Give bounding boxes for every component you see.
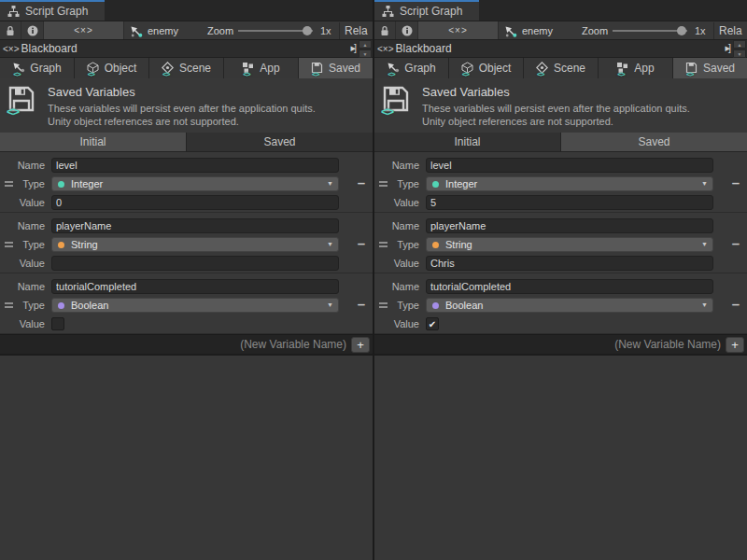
lock-button[interactable]	[0, 21, 21, 39]
tab-object[interactable]: <> Object	[75, 58, 148, 78]
tab-script-graph[interactable]: Script Graph	[0, 0, 105, 21]
variable-value-checkbox[interactable]	[51, 317, 64, 330]
drag-handle-icon[interactable]	[379, 181, 388, 187]
type-color-dot	[58, 302, 64, 309]
subtab-initial-label: Initial	[454, 135, 480, 148]
tab-graph-label: Graph	[404, 62, 435, 75]
tab-saved[interactable]: <> Saved	[299, 58, 373, 78]
variable-name-input[interactable]	[51, 158, 339, 173]
tab-scene[interactable]: <> Scene	[149, 58, 223, 78]
variable-group-playerName: Name Type String ▼ Value –	[0, 213, 373, 273]
variable-value-input[interactable]	[426, 195, 713, 210]
script-graph-panel-right: Script Graph <×> enemy	[374, 0, 747, 560]
type-value: Boolean	[71, 300, 108, 311]
scroll-up-button[interactable]: ▲	[733, 40, 746, 49]
subtab-saved[interactable]: Saved	[187, 133, 373, 151]
value-label: Value	[374, 197, 426, 208]
drag-handle-icon[interactable]	[5, 302, 13, 308]
variables-toggle-button[interactable]: <×>	[44, 21, 124, 39]
remove-variable-button[interactable]: –	[732, 176, 740, 189]
variable-name-input[interactable]	[51, 279, 339, 294]
code-badge-icon: <>	[381, 105, 393, 119]
graph-breadcrumb[interactable]: enemy	[504, 21, 553, 40]
graph-tab-icon: <>	[12, 62, 25, 75]
variable-name-input[interactable]	[426, 218, 713, 233]
saved-variables-text: Saved Variables These variables will per…	[48, 85, 316, 126]
graph-breadcrumb[interactable]: enemy	[130, 21, 178, 40]
zoom-slider-handle[interactable]	[677, 26, 686, 35]
drag-handle-icon[interactable]	[379, 242, 388, 247]
add-variable-button[interactable]: +	[351, 337, 370, 353]
name-label: Name	[374, 160, 426, 171]
subtab-initial[interactable]: Initial	[374, 133, 560, 151]
zoom-slider[interactable]	[238, 30, 313, 32]
remove-variable-button[interactable]: –	[358, 176, 365, 189]
remove-variable-button[interactable]: –	[732, 237, 740, 250]
remove-variable-button[interactable]: –	[358, 237, 365, 250]
value-mode-tabs: Initial Saved	[0, 133, 373, 152]
variable-name-input[interactable]	[426, 279, 713, 294]
subtab-saved[interactable]: Saved	[561, 133, 747, 151]
new-variable-input[interactable]	[6, 337, 346, 353]
tab-app[interactable]: <> App	[599, 58, 672, 78]
scene-tab-icon: <>	[162, 62, 175, 75]
lock-button[interactable]	[374, 21, 396, 39]
variable-value-checkbox[interactable]: ✔	[426, 317, 439, 330]
graph-arrow-icon	[504, 25, 517, 37]
scroll-down-button[interactable]: ▼	[359, 49, 372, 58]
tab-graph-label: Graph	[30, 62, 61, 75]
variable-type-dropdown[interactable]: Boolean ▼	[426, 298, 713, 313]
info-button[interactable]	[396, 21, 418, 39]
section-description-line2: Unity object references are not supporte…	[48, 115, 316, 128]
code-badge-icon: <>	[312, 70, 318, 78]
variable-value-input[interactable]	[51, 256, 339, 271]
variables-list: Name Type Integer ▼ Value –	[374, 152, 747, 334]
relations-button[interactable]: Rela	[345, 21, 368, 40]
dock-icon[interactable]: ▸]	[725, 42, 729, 54]
subtab-initial[interactable]: Initial	[0, 133, 186, 151]
variables-glyph: <×>	[448, 25, 468, 35]
tab-saved[interactable]: <> Saved	[673, 58, 747, 78]
chevron-down-icon: ▼	[701, 301, 708, 308]
script-graph-icon	[7, 6, 20, 17]
zoom-slider[interactable]	[613, 30, 687, 32]
dock-icon[interactable]: ▸]	[350, 42, 355, 54]
info-button[interactable]	[21, 21, 44, 39]
remove-variable-button[interactable]: –	[358, 298, 365, 311]
zoom-label: Zoom	[207, 21, 233, 40]
graph-toolbar: <×> enemy Zoom 1x Rela	[374, 21, 747, 39]
variable-value-input[interactable]	[426, 256, 713, 271]
variable-type-dropdown[interactable]: Integer ▼	[426, 176, 713, 191]
variable-type-dropdown[interactable]: Boolean ▼	[51, 298, 339, 313]
remove-variable-button[interactable]: –	[732, 298, 740, 311]
drag-handle-icon[interactable]	[379, 302, 388, 308]
blackboard-title: Blackboard	[21, 42, 78, 55]
tab-graph[interactable]: <> Graph	[374, 58, 448, 78]
variable-name-input[interactable]	[426, 158, 713, 173]
drag-handle-icon[interactable]	[5, 181, 13, 187]
section-description-line1: These variables will persist even after …	[422, 102, 690, 115]
variables-toggle-button[interactable]: <×>	[418, 21, 499, 39]
variable-type-dropdown[interactable]: String ▼	[51, 237, 339, 252]
drag-handle-icon[interactable]	[5, 242, 13, 247]
relations-button[interactable]: Rela	[719, 21, 742, 40]
tab-scroll-buttons: ▲ ▼	[359, 40, 372, 58]
variable-type-dropdown[interactable]: String ▼	[426, 237, 713, 252]
code-badge-icon: <>	[243, 70, 249, 78]
scroll-up-button[interactable]: ▲	[359, 40, 372, 49]
new-variable-input[interactable]	[380, 337, 721, 353]
tab-scene[interactable]: <> Scene	[524, 58, 598, 78]
variable-type-dropdown[interactable]: Integer ▼	[51, 176, 339, 191]
tab-graph[interactable]: <> Graph	[0, 58, 74, 78]
chevron-down-icon: ▼	[327, 180, 333, 187]
scroll-down-button[interactable]: ▼	[733, 49, 746, 58]
chevron-down-icon: ▼	[701, 241, 708, 247]
tab-object[interactable]: <> Object	[449, 58, 523, 78]
add-variable-button[interactable]: +	[726, 337, 744, 353]
variable-name-input[interactable]	[51, 218, 339, 233]
variable-value-input[interactable]	[51, 195, 339, 210]
script-graph-panel-left: Script Graph <×> enemy	[0, 0, 373, 560]
zoom-slider-handle[interactable]	[303, 26, 312, 35]
tab-app[interactable]: <> App	[224, 58, 298, 78]
tab-script-graph[interactable]: Script Graph	[374, 0, 479, 21]
